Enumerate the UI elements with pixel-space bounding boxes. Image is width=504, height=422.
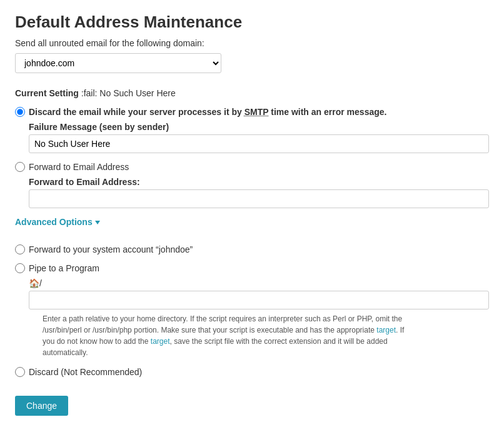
current-setting: Current Setting :fail: No Such User Here [15, 88, 489, 98]
discard-not-recommended-text: Discard (Not Recommended) [29, 367, 142, 377]
forward-email-input[interactable] [29, 189, 489, 208]
advanced-options-toggle[interactable]: Advanced Options [15, 217, 100, 227]
current-setting-label: Current Setting [15, 88, 79, 98]
forward-email-label[interactable]: Forward to Email Address [15, 162, 489, 172]
discard-smtp-radio[interactable] [15, 107, 25, 117]
domain-select[interactable]: johndoe.com [15, 53, 221, 73]
home-icon: 🏠/ [29, 278, 42, 288]
option-discard-not-recommended: Discard (Not Recommended) [15, 367, 489, 377]
pipe-help-link-2[interactable]: target [151, 337, 170, 346]
failure-message-label: Failure Message (seen by sender) [29, 122, 489, 132]
discard-not-recommended-radio[interactable] [15, 367, 25, 377]
forward-email-radio[interactable] [15, 162, 25, 172]
system-account-text: Forward to your system account “johndoe” [29, 244, 193, 254]
discard-smtp-text: Discard the email while your server proc… [29, 107, 386, 117]
forward-email-text: Forward to Email Address [29, 162, 129, 172]
pipe-help-link-1[interactable]: target [376, 326, 396, 334]
option-system-account: Forward to your system account “johndoe” [15, 244, 489, 254]
page-subtitle: Send all unrouted email for the followin… [15, 38, 489, 48]
pipe-program-text: Pipe to a Program [29, 263, 99, 273]
pipe-program-label[interactable]: Pipe to a Program [15, 263, 489, 273]
option-pipe-program: Pipe to a Program 🏠/ Enter a path relati… [15, 263, 489, 358]
advanced-options-label: Advanced Options [15, 217, 93, 227]
system-account-radio[interactable] [15, 244, 25, 254]
failure-message-input[interactable] [29, 134, 489, 153]
pipe-program-radio[interactable] [15, 263, 25, 273]
system-account-label[interactable]: Forward to your system account “johndoe” [15, 244, 489, 254]
home-path-display: 🏠/ [29, 278, 489, 288]
page-title: Default Address Maintenance [15, 13, 489, 32]
pipe-program-input[interactable] [29, 291, 489, 309]
option-discard-smtp: Discard the email while your server proc… [15, 107, 489, 153]
pipe-help-text: Enter a path relative to your home direc… [43, 313, 405, 358]
current-setting-value: :fail: No Such User Here [79, 88, 176, 98]
change-button[interactable]: Change [15, 396, 68, 416]
pipe-input-container: Enter a path relative to your home direc… [29, 291, 489, 358]
advanced-options-arrow-icon [95, 221, 100, 224]
discard-not-recommended-label[interactable]: Discard (Not Recommended) [15, 367, 489, 377]
forward-email-sublabel: Forward to Email Address: [29, 177, 489, 187]
discard-smtp-label[interactable]: Discard the email while your server proc… [15, 107, 489, 117]
option-forward-email: Forward to Email Address Forward to Emai… [15, 162, 489, 208]
